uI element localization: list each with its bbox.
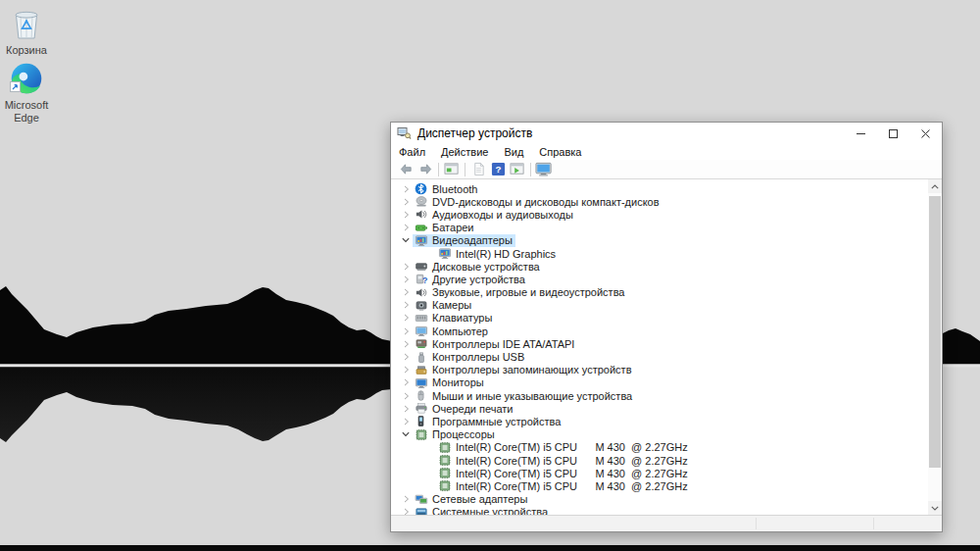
tree-item-label: Камеры — [432, 299, 471, 311]
help-icon[interactable]: ? — [488, 161, 508, 178]
software-device-icon — [414, 415, 428, 427]
tree-item[interactable]: Батареи — [391, 222, 928, 234]
chevron-right-icon[interactable] — [399, 493, 413, 505]
monitor-icon — [414, 376, 428, 389]
tree-item-label: Intel(R) Core(TM) i5 CPU M 430 @ 2.27GHz — [456, 441, 688, 453]
scrollbar-track[interactable] — [928, 193, 942, 501]
tree-item[interactable]: Дисковые устройства — [391, 260, 928, 273]
chevron-right-icon[interactable] — [399, 196, 413, 208]
tree-item[interactable]: Контроллеры USB — [391, 350, 928, 363]
tree-item[interactable]: Клавиатуры — [391, 312, 928, 325]
scroll-up-icon[interactable] — [928, 179, 942, 193]
tree-item[interactable]: Аудиовходы и аудиовыходы — [391, 208, 928, 221]
tree-item[interactable]: DVD-дисководы и дисководы компакт-дисков — [391, 195, 928, 208]
scrollbar-thumb[interactable] — [929, 196, 941, 468]
back-arrow-icon[interactable] — [396, 161, 416, 178]
close-button[interactable] — [909, 123, 942, 144]
tree-item[interactable]: Контроллеры запоминающих устройств — [391, 364, 928, 376]
tree-item[interactable]: Системные устройства — [391, 506, 928, 515]
chevron-right-icon[interactable] — [399, 390, 413, 402]
tree-item[interactable]: Камеры — [391, 299, 928, 312]
tree-item[interactable]: Очереди печати — [391, 402, 928, 415]
tree-item-label: Мыши и иные указывающие устройства — [432, 390, 632, 402]
edge-logo-icon — [9, 61, 44, 96]
chevron-right-icon[interactable] — [399, 286, 413, 298]
chevron-right-icon[interactable] — [399, 299, 413, 311]
computer-icon — [414, 325, 428, 337]
vertical-scrollbar[interactable] — [928, 179, 942, 515]
tree-item[interactable]: Intel(R) Core(TM) i5 CPU M 430 @ 2.27GHz — [391, 479, 928, 492]
tree-item-label: Системные устройства — [432, 506, 548, 515]
forward-arrow-icon[interactable] — [416, 161, 435, 178]
tree-item[interactable]: Intel(R) HD Graphics — [391, 247, 928, 260]
tree-item[interactable]: Intel(R) Core(TM) i5 CPU M 430 @ 2.27GHz — [391, 467, 928, 479]
chevron-right-icon[interactable] — [399, 416, 413, 427]
chevron-right-icon[interactable] — [399, 403, 413, 415]
cpu-icon — [437, 454, 452, 467]
chevron-right-icon[interactable] — [399, 274, 413, 285]
tree-item[interactable]: Мониторы — [391, 376, 928, 389]
desktop-icon-recycle-bin[interactable]: Корзина — [0, 6, 58, 57]
device-tree: BluetoothDVD-дисководы и дисководы компа… — [391, 179, 928, 515]
chevron-right-icon[interactable] — [399, 326, 413, 337]
recycle-bin-icon — [9, 6, 44, 41]
toolbar-separator — [530, 163, 531, 176]
chevron-right-icon[interactable] — [399, 183, 413, 195]
tree-item[interactable]: Контроллеры IDE ATA/ATAPI — [391, 337, 928, 350]
tree-item-label: Компьютер — [432, 326, 488, 337]
chevron-right-icon[interactable] — [399, 338, 413, 350]
tree-item[interactable]: Мыши и иные указывающие устройства — [391, 389, 928, 402]
tree-item[interactable]: Видеоадаптеры — [391, 234, 928, 247]
tree-item-label: Intel(R) Core(TM) i5 CPU M 430 @ 2.27GHz — [456, 455, 688, 467]
chevron-down-icon[interactable] — [399, 234, 413, 246]
menu-help[interactable]: Справка — [531, 146, 589, 158]
chevron-right-icon[interactable] — [399, 364, 413, 376]
properties-icon[interactable] — [468, 161, 488, 178]
audio-device-icon — [414, 208, 428, 221]
menu-action[interactable]: Действие — [433, 146, 496, 158]
desktop-icon-edge[interactable]: Microsoft Edge — [0, 61, 58, 124]
toolbar-separator — [465, 163, 466, 176]
shortcut-arrow-icon — [10, 78, 21, 96]
chevron-right-icon[interactable] — [399, 209, 413, 221]
tree-item[interactable]: Intel(R) Core(TM) i5 CPU M 430 @ 2.27GHz — [391, 454, 928, 467]
menu-bar: Файл Действие Вид Справка — [391, 144, 942, 160]
status-divider — [756, 518, 757, 529]
show-console-tree-icon[interactable] — [442, 161, 462, 178]
status-bar — [391, 515, 942, 531]
chevron-right-icon[interactable] — [399, 351, 413, 363]
tree-item[interactable]: Сетевые адаптеры — [391, 493, 928, 506]
minimize-button[interactable] — [845, 123, 877, 144]
menu-view[interactable]: Вид — [496, 146, 531, 158]
tree-item[interactable]: Компьютер — [391, 325, 928, 337]
chevron-right-icon[interactable] — [399, 222, 413, 233]
chevron-right-icon[interactable] — [399, 376, 413, 388]
display-adapter-icon — [414, 234, 428, 247]
tree-item[interactable]: ?Другие устройства — [391, 273, 928, 285]
window-title: Диспетчер устройств — [417, 126, 532, 140]
chevron-right-icon[interactable] — [399, 261, 413, 273]
tree-item[interactable]: Программные устройства — [391, 415, 928, 427]
chevron-down-icon[interactable] — [399, 428, 413, 440]
toolbar: ? — [391, 160, 942, 179]
maximize-button[interactable] — [877, 123, 909, 144]
tree-item[interactable]: Intel(R) Core(TM) i5 CPU M 430 @ 2.27GHz — [391, 441, 928, 454]
tree-item[interactable]: Процессоры — [391, 428, 928, 441]
scroll-down-icon[interactable] — [928, 501, 942, 515]
chevron-right-icon[interactable] — [399, 506, 413, 515]
desktop: Корзина — [0, 0, 980, 551]
tree-item[interactable]: Bluetooth — [391, 182, 928, 195]
device-manager-icon — [397, 126, 412, 140]
tree-item[interactable]: Звуковые, игровые и видеоустройства — [391, 286, 928, 299]
tree-item-label: Мониторы — [432, 376, 484, 388]
show-window-icon[interactable] — [508, 161, 527, 178]
camera-icon — [414, 299, 428, 312]
menu-file[interactable]: Файл — [391, 146, 433, 158]
scan-hardware-changes-icon[interactable] — [534, 161, 554, 178]
title-bar[interactable]: Диспетчер устройств — [391, 123, 942, 144]
system-device-icon — [414, 506, 428, 515]
chevron-right-icon[interactable] — [399, 312, 413, 324]
tree-item-label: Программные устройства — [432, 416, 561, 427]
tree-item-label: Очереди печати — [432, 403, 514, 415]
desktop-icon-label: Microsoft Edge — [0, 99, 58, 124]
